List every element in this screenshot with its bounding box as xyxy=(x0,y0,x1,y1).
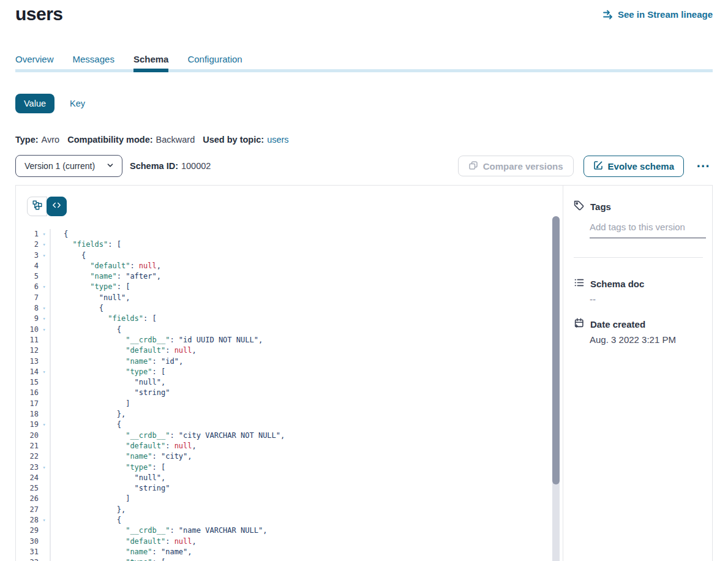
code-line: 12 "default": null, xyxy=(16,345,563,356)
schema-id: Schema ID: 100002 xyxy=(130,161,211,171)
more-options-button[interactable]: ⋯ xyxy=(694,159,713,173)
code-view-button[interactable] xyxy=(47,197,67,216)
code-text: "null", xyxy=(51,377,165,388)
collapse-arrow-placeholder xyxy=(39,409,51,420)
collapse-arrow-placeholder xyxy=(39,399,51,409)
line-number: 22 xyxy=(16,451,39,462)
collapse-arrow-icon[interactable]: ▾ xyxy=(39,325,51,335)
collapse-arrow-icon[interactable]: ▾ xyxy=(39,303,51,314)
key-tab-button[interactable]: Key xyxy=(70,99,85,108)
collapse-arrow-icon[interactable]: ▾ xyxy=(39,314,51,324)
code-text: }, xyxy=(51,505,126,515)
view-toggle xyxy=(27,197,67,216)
code-line: 2▾ "fields": [ xyxy=(16,239,563,250)
collapse-arrow-placeholder xyxy=(39,494,51,504)
collapse-arrow-icon[interactable]: ▾ xyxy=(39,515,51,525)
code-text: "type": [ xyxy=(51,282,130,292)
code-text: "default": null, xyxy=(51,537,197,547)
evolve-schema-button[interactable]: Evolve schema xyxy=(584,156,684,177)
code-line: 1▾{ xyxy=(16,229,563,239)
collapse-arrow-icon[interactable]: ▾ xyxy=(39,462,51,473)
line-number: 11 xyxy=(16,335,39,345)
serde-toggle: Value Key xyxy=(15,94,85,113)
topic-link[interactable]: users xyxy=(267,135,288,145)
line-number: 19 xyxy=(16,420,39,430)
line-number: 16 xyxy=(16,388,39,398)
line-number: 13 xyxy=(16,356,39,367)
compare-versions-button[interactable]: Compare versions xyxy=(458,156,574,176)
code-line: 17 ] xyxy=(16,399,563,409)
sidebar-divider xyxy=(574,257,703,258)
code-line: 8▾ { xyxy=(16,303,563,314)
code-scrollbar-track[interactable] xyxy=(552,216,560,561)
code-line: 11 "__crdb__": "id UUID NOT NULL", xyxy=(16,335,563,345)
collapse-arrow-placeholder xyxy=(39,293,51,303)
compare-versions-icon xyxy=(468,160,478,172)
collapse-arrow-icon[interactable]: ▾ xyxy=(39,282,51,292)
code-line: 23▾ "type": [ xyxy=(16,462,563,473)
value-tab-button[interactable]: Value xyxy=(15,94,54,113)
line-number: 23 xyxy=(16,462,39,473)
collapse-arrow-icon[interactable]: ▾ xyxy=(39,250,51,261)
code-line: 15 "null", xyxy=(16,377,563,388)
date-created-heading: Date created xyxy=(590,319,645,329)
version-select[interactable]: Version 1 (current) xyxy=(15,155,122,177)
collapse-arrow-icon[interactable]: ▾ xyxy=(39,367,51,377)
collapse-arrow-placeholder xyxy=(39,261,51,271)
collapse-arrow-placeholder xyxy=(39,483,51,494)
type-label: Type: xyxy=(15,135,39,145)
collapse-arrow-icon[interactable]: ▾ xyxy=(39,239,51,250)
type-value: Avro xyxy=(42,135,60,145)
tab-messages[interactable]: Messages xyxy=(73,54,114,72)
code-text: "string" xyxy=(51,388,170,398)
version-select-value: Version 1 (current) xyxy=(24,161,95,171)
line-number: 24 xyxy=(16,473,39,483)
tab-bar: Overview Messages Schema Configuration xyxy=(15,54,713,72)
line-number: 27 xyxy=(16,505,39,515)
chevron-down-icon xyxy=(106,161,114,171)
code-line: 31 "name": "name", xyxy=(16,547,563,557)
schema-meta-row: Type: Avro Compatibility mode: Backward … xyxy=(15,135,289,145)
tree-view-button[interactable] xyxy=(27,197,47,216)
line-number: 9 xyxy=(16,314,39,324)
collapse-arrow-icon[interactable]: ▾ xyxy=(39,557,51,561)
code-text: "fields": [ xyxy=(51,239,121,250)
line-number: 12 xyxy=(16,345,39,356)
tags-icon xyxy=(574,200,584,213)
line-number: 29 xyxy=(16,525,39,536)
code-line: 32▾ "type": [ xyxy=(16,557,563,561)
code-line: 26 ] xyxy=(16,494,563,504)
line-number: 26 xyxy=(16,494,39,504)
schema-id-value: 100002 xyxy=(181,161,211,171)
line-number: 6 xyxy=(16,282,39,292)
code-scrollbar-thumb[interactable] xyxy=(552,216,560,484)
tab-overview[interactable]: Overview xyxy=(15,54,54,72)
line-number: 21 xyxy=(16,441,39,451)
version-actions: Compare versions Evolve schema ⋯ xyxy=(458,156,713,177)
collapse-arrow-icon[interactable]: ▾ xyxy=(39,420,51,430)
date-created-heading-row: Date created xyxy=(574,318,703,330)
collapse-arrow-placeholder xyxy=(39,473,51,483)
code-line: 10▾ { xyxy=(16,325,563,335)
code-text: { xyxy=(51,250,86,261)
tags-input[interactable] xyxy=(590,222,706,238)
code-text: { xyxy=(51,303,103,314)
tags-heading-row: Tags xyxy=(574,200,703,213)
used-by-topic-label: Used by topic: xyxy=(203,135,264,145)
more-options-icon: ⋯ xyxy=(696,158,710,173)
schema-doc-value: -- xyxy=(590,294,703,304)
collapse-arrow-placeholder xyxy=(39,547,51,557)
stream-lineage-icon xyxy=(602,10,614,20)
tab-configuration[interactable]: Configuration xyxy=(187,54,242,72)
line-number: 32 xyxy=(16,557,39,561)
code-text: { xyxy=(51,420,121,430)
compatibility-pair: Compatibility mode: Backward xyxy=(67,135,195,145)
line-number: 18 xyxy=(16,409,39,420)
collapse-arrow-placeholder xyxy=(39,356,51,367)
collapse-arrow-icon[interactable]: ▾ xyxy=(39,229,51,239)
compatibility-value: Backward xyxy=(156,135,195,145)
line-number: 17 xyxy=(16,399,39,409)
code-line: 18 }, xyxy=(16,409,563,420)
stream-lineage-link[interactable]: See in Stream lineage xyxy=(602,9,713,20)
tab-schema[interactable]: Schema xyxy=(133,54,169,72)
